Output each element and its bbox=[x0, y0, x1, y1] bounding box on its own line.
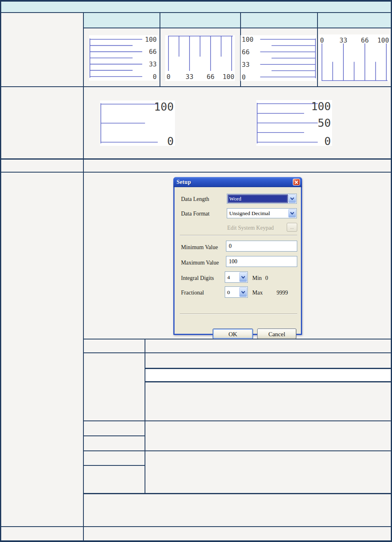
data-length-select[interactable]: Word bbox=[227, 194, 297, 204]
fractional-value: 0 bbox=[226, 287, 239, 297]
subtable-row2-right-cell-a bbox=[145, 353, 391, 368]
divider bbox=[1, 12, 391, 13]
dialog-title: Setup bbox=[177, 179, 191, 186]
data-format-label: Data Format bbox=[181, 211, 209, 217]
close-button[interactable] bbox=[293, 179, 300, 186]
integral-min-label: Min bbox=[252, 275, 262, 282]
scale-image-horizontal-labels-bottom: 03366100 bbox=[165, 35, 235, 81]
close-icon bbox=[294, 180, 298, 184]
svg-text:33: 33 bbox=[242, 61, 249, 68]
divider bbox=[0, 0, 392, 2]
dialog-titlebar[interactable]: Setup bbox=[173, 177, 302, 187]
subtable-row4-left-cell-a bbox=[84, 451, 145, 465]
subtable-row3-left-cell-a bbox=[84, 421, 145, 435]
divider bbox=[317, 13, 318, 86]
setup-dialog: Setup Data Length Word Data Format Unsig… bbox=[173, 177, 302, 335]
ok-button[interactable]: OK bbox=[213, 329, 253, 339]
dropdown-button[interactable] bbox=[239, 272, 247, 282]
left-column-cell-4 bbox=[1, 173, 83, 526]
chevron-down-icon bbox=[241, 276, 245, 279]
column-header-3 bbox=[241, 13, 317, 28]
data-length-label: Data Length bbox=[181, 196, 209, 203]
separator bbox=[180, 235, 297, 236]
svg-text:100: 100 bbox=[242, 36, 254, 43]
column-header-4 bbox=[318, 13, 391, 28]
data-format-value: Unsigned Decimal bbox=[228, 209, 288, 218]
edit-system-keypad-label: Edit System Keypad bbox=[227, 225, 274, 231]
left-column-cell-2 bbox=[1, 87, 83, 158]
cancel-button[interactable]: Cancel bbox=[257, 329, 296, 339]
maximum-value-input[interactable] bbox=[226, 256, 297, 267]
svg-text:66: 66 bbox=[207, 73, 214, 81]
minimum-value-label: Minimum Value bbox=[181, 244, 218, 251]
subtable-row4-right-cell bbox=[145, 451, 391, 493]
scale-image-large-2-divisions: 1000 bbox=[100, 100, 175, 146]
data-format-select[interactable]: Unsigned Decimal bbox=[227, 208, 297, 218]
integral-digits-label: Integral Digits bbox=[181, 275, 214, 282]
dropdown-button[interactable] bbox=[288, 194, 296, 203]
svg-text:0: 0 bbox=[320, 36, 324, 44]
manual-page: 10066330 03366100 10066330 03366100 1000… bbox=[0, 0, 392, 542]
svg-text:66: 66 bbox=[361, 36, 369, 44]
svg-text:33: 33 bbox=[339, 36, 347, 44]
integral-min-value: 0 bbox=[265, 275, 268, 282]
scale-image-large-4-divisions: 100500 bbox=[256, 100, 332, 146]
separator bbox=[180, 314, 297, 314]
data-length-value: Word bbox=[228, 194, 288, 203]
svg-text:0: 0 bbox=[153, 73, 157, 81]
divider bbox=[83, 28, 391, 28]
svg-text:33: 33 bbox=[149, 60, 157, 68]
fractional-select[interactable]: 0 bbox=[225, 286, 248, 298]
subtable-row3-left-cell-b bbox=[84, 436, 145, 450]
svg-text:0: 0 bbox=[167, 135, 174, 146]
divider bbox=[145, 368, 391, 369]
left-column-cell-1 bbox=[1, 13, 83, 86]
edit-keypad-browse-button[interactable]: ... bbox=[287, 223, 297, 232]
fractional-max-value: 9999 bbox=[277, 290, 288, 296]
chevron-down-icon bbox=[290, 212, 294, 215]
minimum-value-input[interactable] bbox=[226, 241, 297, 252]
table-title-band bbox=[1, 2, 391, 12]
svg-text:100: 100 bbox=[377, 36, 389, 44]
column-header-2 bbox=[160, 13, 240, 28]
svg-text:100: 100 bbox=[223, 73, 234, 81]
svg-text:0: 0 bbox=[324, 135, 331, 146]
integral-digits-value: 4 bbox=[226, 272, 239, 282]
subtable-row3-right-cell bbox=[145, 421, 391, 450]
left-column-cell-3 bbox=[1, 160, 83, 172]
scale-image-horizontal-labels-top: 03366100 bbox=[319, 34, 390, 81]
svg-text:66: 66 bbox=[149, 48, 157, 55]
subtable-footer-cell bbox=[84, 494, 391, 526]
fractional-label: Fractional bbox=[181, 290, 204, 296]
integral-digits-select[interactable]: 4 bbox=[225, 271, 248, 283]
left-column-cell-5 bbox=[1, 527, 83, 540]
chevron-down-icon bbox=[290, 197, 294, 200]
subtable-row2-left-cell bbox=[84, 353, 145, 420]
subtable-row4-left-cell-b bbox=[84, 466, 145, 493]
svg-text:100: 100 bbox=[311, 100, 331, 113]
svg-text:0: 0 bbox=[242, 73, 246, 81]
empty-row-cell bbox=[84, 160, 391, 172]
scale-image-vertical-labels-left: 10066330 bbox=[241, 35, 316, 81]
svg-text:33: 33 bbox=[185, 73, 193, 81]
dropdown-button[interactable] bbox=[239, 287, 247, 297]
dropdown-button[interactable] bbox=[288, 209, 296, 218]
svg-text:66: 66 bbox=[242, 48, 249, 56]
subtable-row1-left-cell bbox=[84, 339, 145, 352]
chevron-down-icon bbox=[241, 291, 245, 294]
subtable-highlight-cell bbox=[145, 369, 391, 381]
dialog-body: Data Length Word Data Format Unsigned De… bbox=[175, 187, 301, 334]
column-header-1 bbox=[84, 13, 160, 28]
scale-image-vertical-labels-right: 10066330 bbox=[89, 35, 158, 81]
divider bbox=[0, 540, 392, 542]
svg-text:0: 0 bbox=[166, 73, 170, 81]
maximum-value-label: Maximum Value bbox=[181, 260, 219, 266]
fractional-max-label: Max bbox=[252, 290, 263, 296]
subtable-row1-right-cell bbox=[145, 339, 391, 352]
svg-text:100: 100 bbox=[145, 36, 157, 43]
svg-text:50: 50 bbox=[317, 117, 331, 129]
bottom-row-right-cell bbox=[84, 527, 391, 540]
divider bbox=[160, 13, 160, 86]
svg-text:100: 100 bbox=[154, 100, 174, 113]
subtable-row2-right-cell-b bbox=[145, 382, 391, 420]
